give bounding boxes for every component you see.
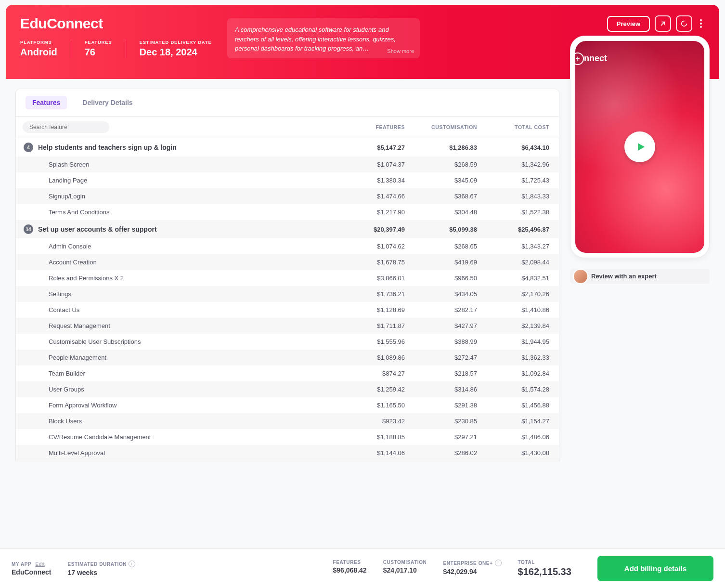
- row-cust: $297.21: [405, 433, 477, 441]
- feature-row[interactable]: Multi-Level Approval$1,144.06$286.02$1,4…: [16, 445, 559, 461]
- row-name: Customisable User Subscriptions: [38, 338, 333, 345]
- show-more-link[interactable]: Show more: [387, 47, 414, 55]
- row-name: Admin Console: [38, 243, 333, 250]
- column-total: TOTAL COST: [477, 124, 549, 130]
- row-cust: $388.99: [405, 338, 477, 345]
- stat-value: Android: [20, 47, 57, 58]
- feature-group-row[interactable]: 4Help students and teachers sign up & lo…: [16, 138, 559, 157]
- row-total: $2,170.26: [477, 290, 549, 298]
- row-total: $1,362.33: [477, 354, 549, 361]
- kebab-menu-icon[interactable]: [697, 17, 705, 30]
- feature-table-body[interactable]: 4Help students and teachers sign up & lo…: [16, 138, 559, 461]
- row-features: $1,188.85: [333, 433, 405, 441]
- feature-row[interactable]: Splash Screen$1,074.37$268.59$1,342.96: [16, 157, 559, 172]
- plus-icon[interactable]: +: [575, 52, 584, 65]
- stat-value: 76: [85, 47, 112, 58]
- phone-app-title: nnect: [584, 53, 607, 64]
- features-card: Features Delivery Details FEATURES CUSTO…: [15, 89, 559, 461]
- row-features: $20,397.49: [333, 226, 405, 233]
- row-total: $2,139.84: [477, 322, 549, 329]
- avatar: [573, 269, 588, 284]
- feature-row[interactable]: Block Users$923.42$230.85$1,154.27: [16, 413, 559, 429]
- row-total: $1,522.38: [477, 209, 549, 216]
- search-input[interactable]: [28, 123, 103, 131]
- feature-row[interactable]: People Management$1,089.86$272.47$1,362.…: [16, 350, 559, 366]
- feature-group-row[interactable]: 14Set up user accounts & offer support$2…: [16, 220, 559, 238]
- feature-row[interactable]: User Groups$1,259.42$314.86$1,574.28: [16, 381, 559, 397]
- svg-point-0: [682, 21, 687, 26]
- row-features: $1,474.66: [333, 193, 405, 200]
- stat-features: FEATURES 76: [85, 39, 112, 58]
- feature-row[interactable]: Form Approval Workflow$1,165.50$291.38$1…: [16, 397, 559, 413]
- row-cust: $268.59: [405, 161, 477, 168]
- stat-value: Dec 18, 2024: [140, 47, 212, 58]
- feature-row[interactable]: Request Management$1,711.87$427.97$2,139…: [16, 318, 559, 334]
- feature-row[interactable]: Landing Page$1,380.34$345.09$1,725.43: [16, 172, 559, 188]
- expert-cta-label: Review with an expert: [591, 273, 657, 280]
- row-total: $1,725.43: [477, 177, 549, 184]
- search-input-wrap[interactable]: [23, 121, 109, 133]
- row-name: People Management: [38, 354, 333, 361]
- row-total: $2,098.44: [477, 259, 549, 266]
- row-features: $1,380.34: [333, 177, 405, 184]
- row-cust: $272.47: [405, 354, 477, 361]
- row-name: Multi-Level Approval: [38, 449, 333, 457]
- app-description: A comprehensive educational software for…: [227, 18, 420, 58]
- share-icon[interactable]: [655, 15, 671, 32]
- row-total: $1,486.06: [477, 433, 549, 441]
- row-name: User Groups: [38, 386, 333, 393]
- row-name: Set up user accounts & offer support: [38, 225, 333, 233]
- play-button[interactable]: [624, 131, 655, 162]
- stat-label: PLATFORMS: [20, 39, 57, 45]
- row-total: $1,154.27: [477, 418, 549, 425]
- row-features: $1,555.96: [333, 338, 405, 345]
- row-name: Request Management: [38, 322, 333, 329]
- review-expert-button[interactable]: Review with an expert: [570, 269, 710, 284]
- row-features: $1,259.42: [333, 386, 405, 393]
- feature-row[interactable]: Team Builder$874.27$218.57$1,092.84: [16, 366, 559, 381]
- row-features: $874.27: [333, 370, 405, 377]
- row-total: $1,843.33: [477, 193, 549, 200]
- row-features: $1,074.62: [333, 243, 405, 250]
- row-name: CV/Resume Candidate Management: [38, 433, 333, 441]
- preview-button[interactable]: Preview: [607, 16, 650, 32]
- row-cust: $268.65: [405, 243, 477, 250]
- row-name: Settings: [38, 290, 333, 298]
- count-badge: 4: [24, 143, 33, 152]
- row-features: $1,678.75: [333, 259, 405, 266]
- row-name: Block Users: [38, 418, 333, 425]
- row-total: $1,430.08: [477, 449, 549, 457]
- row-cust: $304.48: [405, 209, 477, 216]
- feature-row[interactable]: CV/Resume Candidate Management$1,188.85$…: [16, 429, 559, 445]
- feature-row[interactable]: Signup/Login$1,474.66$368.67$1,843.33: [16, 188, 559, 204]
- row-name: Landing Page: [38, 177, 333, 184]
- tab-features[interactable]: Features: [26, 96, 67, 109]
- loading-icon[interactable]: [676, 15, 692, 32]
- feature-row[interactable]: Roles and Permissions X 2$3,866.01$966.5…: [16, 270, 559, 286]
- row-cust: $291.38: [405, 402, 477, 409]
- row-total: $1,410.86: [477, 306, 549, 314]
- row-cust: $434.05: [405, 290, 477, 298]
- row-cust: $966.50: [405, 274, 477, 282]
- feature-row[interactable]: Admin Console$1,074.62$268.65$1,343.27: [16, 238, 559, 254]
- feature-row[interactable]: Contact Us$1,128.69$282.17$1,410.86: [16, 302, 559, 318]
- row-features: $1,736.21: [333, 290, 405, 298]
- row-features: $1,144.06: [333, 449, 405, 457]
- row-cust: $1,286.83: [405, 144, 477, 151]
- row-total: $1,343.27: [477, 243, 549, 250]
- row-cust: $230.85: [405, 418, 477, 425]
- tab-delivery-details[interactable]: Delivery Details: [76, 96, 139, 109]
- feature-row[interactable]: Account Creation$1,678.75$419.69$2,098.4…: [16, 254, 559, 270]
- row-total: $1,574.28: [477, 386, 549, 393]
- feature-row[interactable]: Settings$1,736.21$434.05$2,170.26: [16, 286, 559, 302]
- row-cust: $314.86: [405, 386, 477, 393]
- column-features: FEATURES: [333, 124, 405, 130]
- row-cust: $345.09: [405, 177, 477, 184]
- stat-platforms: PLATFORMS Android: [20, 39, 57, 58]
- description-text: A comprehensive educational software for…: [235, 26, 396, 52]
- phone-preview: + nnect: [570, 36, 710, 258]
- row-features: $1,165.50: [333, 402, 405, 409]
- row-features: $5,147.27: [333, 144, 405, 151]
- feature-row[interactable]: Terms And Conditions$1,217.90$304.48$1,5…: [16, 204, 559, 220]
- feature-row[interactable]: Customisable User Subscriptions$1,555.96…: [16, 334, 559, 350]
